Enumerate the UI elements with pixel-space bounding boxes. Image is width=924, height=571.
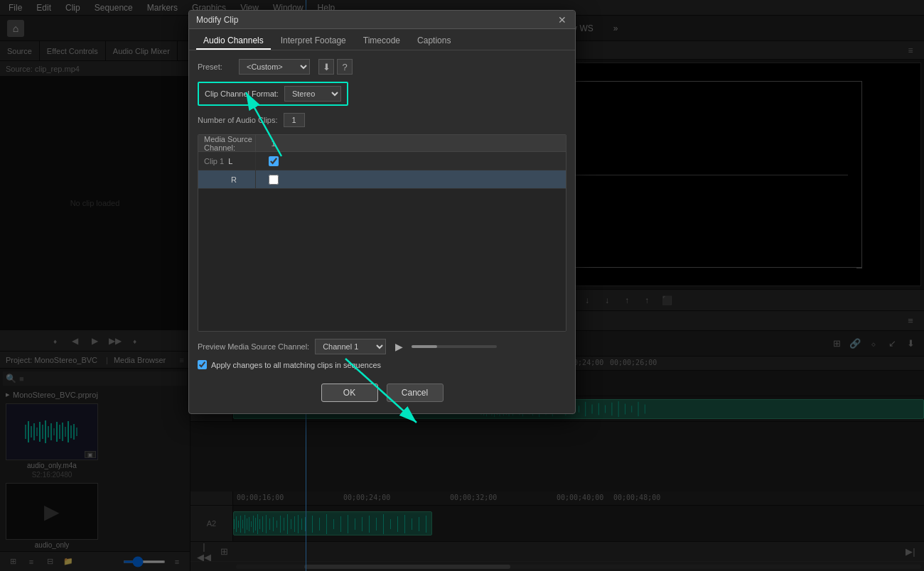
preview-volume-slider — [412, 345, 497, 348]
num-clips-row: Number of Audio Clips: 1 — [198, 113, 566, 127]
preview-play-btn[interactable]: ▶ — [392, 339, 406, 354]
apply-row: Apply changes to all matching clips in s… — [198, 360, 566, 369]
clip-format-row: Clip Channel Format: Stereo Mono 5.1 — [198, 82, 348, 106]
modal-tab-captions[interactable]: Captions — [410, 33, 458, 50]
apply-label: Apply changes to all matching clips in s… — [211, 361, 381, 369]
channel-cells-l — [255, 152, 291, 170]
cancel-button[interactable]: Cancel — [387, 384, 444, 402]
dialog-buttons: OK Cancel — [198, 376, 566, 405]
modal-tab-timecode[interactable]: Timecode — [356, 33, 407, 50]
modal-overlay: Modify Clip ✕ Audio Channels Interpret F… — [0, 0, 924, 571]
preset-select[interactable]: <Custom> — [239, 59, 310, 75]
preset-row: Preset: <Custom> ⬇ ? — [198, 59, 566, 75]
channel-nums: 1 — [255, 135, 291, 152]
channel-row-l: Clip 1 L — [198, 152, 566, 170]
preset-icons: ⬇ ? — [318, 59, 353, 75]
modal-tabs: Audio Channels Interpret Footage Timecod… — [189, 29, 575, 50]
channel-table-header: Media Source Channel: 1 — [198, 135, 566, 152]
channel-table: Media Source Channel: 1 Clip 1 L — [198, 134, 566, 332]
modal-tab-interpret-footage[interactable]: Interpret Footage — [274, 33, 353, 50]
channel-r-label: R — [231, 175, 237, 184]
modal-titlebar: Modify Clip ✕ — [189, 11, 575, 29]
modal-tab-audio-channels[interactable]: Audio Channels — [196, 33, 271, 50]
media-source-label: Media Source Channel: — [198, 135, 255, 152]
preset-label: Preset: — [198, 62, 233, 71]
preset-info-btn[interactable]: ? — [337, 59, 353, 75]
modal-window: Modify Clip ✕ Audio Channels Interpret F… — [188, 10, 576, 414]
channel-cell-l-1 — [255, 152, 291, 170]
channel-l-checkbox[interactable] — [269, 156, 279, 166]
clip-format-select[interactable]: Stereo Mono 5.1 — [284, 86, 341, 102]
clip1-label: Clip 1 — [204, 157, 224, 165]
preview-channel-select[interactable]: Channel 1 Channel 2 — [315, 339, 386, 354]
modal-title: Modify Clip — [196, 15, 238, 25]
channel-cells-r — [255, 170, 291, 189]
channel-l-label: L — [228, 157, 232, 165]
num-clips-value: 1 — [284, 113, 305, 127]
clip-format-label: Clip Channel Format: — [205, 89, 279, 98]
ok-button[interactable]: OK — [321, 384, 378, 402]
channel-r-label-container: R — [198, 175, 255, 184]
channel-row-r: R — [198, 170, 566, 189]
preview-row: Preview Media Source Channel: Channel 1 … — [198, 339, 566, 354]
modal-body: Preset: <Custom> ⬇ ? Clip Channel Format… — [189, 50, 575, 413]
num-clips-label: Number of Audio Clips: — [198, 116, 278, 124]
channel-num-1: 1 — [255, 135, 291, 152]
channel-empty-area — [198, 189, 566, 331]
preset-save-btn[interactable]: ⬇ — [318, 59, 334, 75]
apply-checkbox[interactable] — [198, 360, 207, 369]
channel-r-checkbox[interactable] — [269, 175, 279, 185]
channel-cell-r-1 — [255, 170, 291, 189]
modal-close-button[interactable]: ✕ — [557, 14, 568, 26]
channel-clip1-l-label: Clip 1 L — [198, 157, 255, 165]
preview-label: Preview Media Source Channel: — [198, 342, 309, 351]
